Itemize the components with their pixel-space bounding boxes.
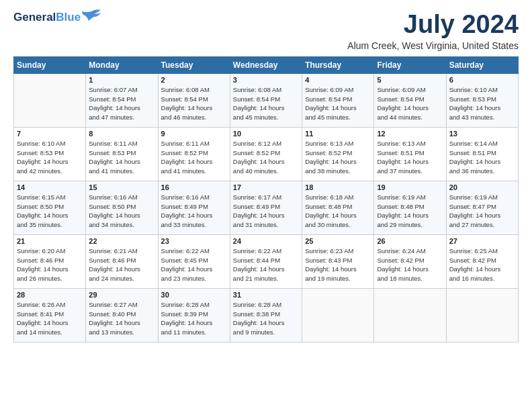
col-monday: Monday (86, 56, 158, 73)
calendar-week-row: 7Sunrise: 6:10 AM Sunset: 8:53 PM Daylig… (14, 127, 519, 181)
table-row: 25Sunrise: 6:23 AM Sunset: 8:43 PM Dayli… (302, 234, 374, 288)
day-info: Sunrise: 6:11 AM Sunset: 8:52 PM Dayligh… (161, 139, 227, 176)
table-row: 14Sunrise: 6:15 AM Sunset: 8:50 PM Dayli… (14, 181, 86, 234)
table-row: 21Sunrise: 6:20 AM Sunset: 8:46 PM Dayli… (14, 234, 86, 288)
day-number: 22 (89, 237, 154, 245)
location: Alum Creek, West Virginia, United States (347, 40, 519, 51)
day-info: Sunrise: 6:22 AM Sunset: 8:44 PM Dayligh… (233, 246, 299, 283)
day-number: 13 (449, 130, 515, 138)
table-row (14, 73, 86, 127)
day-info: Sunrise: 6:12 AM Sunset: 8:52 PM Dayligh… (233, 139, 299, 176)
table-row: 2Sunrise: 6:08 AM Sunset: 8:54 PM Daylig… (158, 73, 230, 127)
day-number: 24 (233, 237, 299, 245)
table-row (302, 288, 374, 342)
day-info: Sunrise: 6:25 AM Sunset: 8:42 PM Dayligh… (449, 246, 515, 283)
table-row: 9Sunrise: 6:11 AM Sunset: 8:52 PM Daylig… (158, 127, 230, 181)
month-title: July 2024 (347, 11, 519, 39)
day-info: Sunrise: 6:10 AM Sunset: 8:53 PM Dayligh… (17, 139, 83, 176)
table-row: 4Sunrise: 6:09 AM Sunset: 8:54 PM Daylig… (302, 73, 374, 127)
day-number: 10 (233, 130, 299, 138)
table-row: 30Sunrise: 6:28 AM Sunset: 8:39 PM Dayli… (158, 288, 230, 342)
col-thursday: Thursday (302, 56, 374, 73)
table-row: 29Sunrise: 6:27 AM Sunset: 8:40 PM Dayli… (86, 288, 158, 342)
col-tuesday: Tuesday (158, 56, 230, 73)
table-row: 16Sunrise: 6:16 AM Sunset: 8:49 PM Dayli… (158, 181, 230, 234)
day-number: 7 (17, 130, 83, 138)
day-info: Sunrise: 6:08 AM Sunset: 8:54 PM Dayligh… (233, 85, 299, 122)
table-row: 13Sunrise: 6:14 AM Sunset: 8:51 PM Dayli… (446, 127, 518, 181)
table-row: 5Sunrise: 6:09 AM Sunset: 8:54 PM Daylig… (374, 73, 446, 127)
day-info: Sunrise: 6:17 AM Sunset: 8:49 PM Dayligh… (233, 193, 299, 230)
day-number: 4 (305, 76, 371, 84)
table-row: 31Sunrise: 6:28 AM Sunset: 8:38 PM Dayli… (230, 288, 302, 342)
table-row: 12Sunrise: 6:13 AM Sunset: 8:51 PM Dayli… (374, 127, 446, 181)
day-info: Sunrise: 6:13 AM Sunset: 8:52 PM Dayligh… (305, 139, 371, 176)
table-row: 11Sunrise: 6:13 AM Sunset: 8:52 PM Dayli… (302, 127, 374, 181)
day-number: 6 (449, 76, 515, 84)
day-info: Sunrise: 6:18 AM Sunset: 8:48 PM Dayligh… (305, 193, 371, 230)
col-saturday: Saturday (446, 56, 518, 73)
table-row: 7Sunrise: 6:10 AM Sunset: 8:53 PM Daylig… (14, 127, 86, 181)
day-number: 15 (89, 183, 154, 191)
day-number: 23 (161, 237, 227, 245)
day-number: 18 (305, 183, 371, 191)
day-number: 26 (377, 237, 443, 245)
day-number: 11 (305, 130, 371, 138)
table-row: 28Sunrise: 6:26 AM Sunset: 8:41 PM Dayli… (14, 288, 86, 342)
day-info: Sunrise: 6:22 AM Sunset: 8:45 PM Dayligh… (161, 246, 227, 283)
day-info: Sunrise: 6:26 AM Sunset: 8:41 PM Dayligh… (17, 300, 83, 337)
table-row: 27Sunrise: 6:25 AM Sunset: 8:42 PM Dayli… (446, 234, 518, 288)
day-number: 5 (377, 76, 443, 84)
day-info: Sunrise: 6:28 AM Sunset: 8:38 PM Dayligh… (233, 300, 299, 337)
logo-blue: Blue (56, 11, 81, 24)
day-info: Sunrise: 6:11 AM Sunset: 8:53 PM Dayligh… (89, 139, 154, 176)
day-number: 20 (449, 183, 515, 191)
day-info: Sunrise: 6:16 AM Sunset: 8:49 PM Dayligh… (161, 193, 227, 230)
day-number: 27 (449, 237, 515, 245)
table-row (374, 288, 446, 342)
title-area: July 2024 Alum Creek, West Virginia, Uni… (347, 11, 519, 51)
day-info: Sunrise: 6:10 AM Sunset: 8:53 PM Dayligh… (449, 85, 515, 122)
logo-general: General (13, 11, 56, 24)
day-number: 16 (161, 183, 227, 191)
table-row: 26Sunrise: 6:24 AM Sunset: 8:42 PM Dayli… (374, 234, 446, 288)
day-info: Sunrise: 6:09 AM Sunset: 8:54 PM Dayligh… (305, 85, 371, 122)
table-row: 3Sunrise: 6:08 AM Sunset: 8:54 PM Daylig… (230, 73, 302, 127)
day-number: 31 (233, 291, 299, 299)
day-info: Sunrise: 6:09 AM Sunset: 8:54 PM Dayligh… (377, 85, 443, 122)
day-number: 30 (161, 291, 227, 299)
day-info: Sunrise: 6:21 AM Sunset: 8:46 PM Dayligh… (89, 246, 154, 283)
day-number: 12 (377, 130, 443, 138)
day-info: Sunrise: 6:15 AM Sunset: 8:50 PM Dayligh… (17, 193, 83, 230)
day-info: Sunrise: 6:07 AM Sunset: 8:54 PM Dayligh… (89, 85, 154, 122)
table-row: 18Sunrise: 6:18 AM Sunset: 8:48 PM Dayli… (302, 181, 374, 234)
calendar-table: Sunday Monday Tuesday Wednesday Thursday… (13, 56, 519, 342)
table-row: 22Sunrise: 6:21 AM Sunset: 8:46 PM Dayli… (86, 234, 158, 288)
day-info: Sunrise: 6:08 AM Sunset: 8:54 PM Dayligh… (161, 85, 227, 122)
day-number: 28 (17, 291, 83, 299)
day-number: 3 (233, 76, 299, 84)
day-info: Sunrise: 6:16 AM Sunset: 8:50 PM Dayligh… (89, 193, 154, 230)
day-info: Sunrise: 6:24 AM Sunset: 8:42 PM Dayligh… (377, 246, 443, 283)
table-row: 17Sunrise: 6:17 AM Sunset: 8:49 PM Dayli… (230, 181, 302, 234)
day-info: Sunrise: 6:14 AM Sunset: 8:51 PM Dayligh… (449, 139, 515, 176)
day-number: 19 (377, 183, 443, 191)
calendar-week-row: 14Sunrise: 6:15 AM Sunset: 8:50 PM Dayli… (14, 181, 519, 234)
day-number: 17 (233, 183, 299, 191)
calendar-week-row: 28Sunrise: 6:26 AM Sunset: 8:41 PM Dayli… (14, 288, 519, 342)
day-number: 1 (89, 76, 154, 84)
day-info: Sunrise: 6:19 AM Sunset: 8:48 PM Dayligh… (377, 193, 443, 230)
col-friday: Friday (374, 56, 446, 73)
day-info: Sunrise: 6:19 AM Sunset: 8:47 PM Dayligh… (449, 193, 515, 230)
calendar-week-row: 1Sunrise: 6:07 AM Sunset: 8:54 PM Daylig… (14, 73, 519, 127)
logo: GeneralBlue (13, 11, 101, 24)
day-info: Sunrise: 6:27 AM Sunset: 8:40 PM Dayligh… (89, 300, 154, 337)
table-row: 15Sunrise: 6:16 AM Sunset: 8:50 PM Dayli… (86, 181, 158, 234)
table-row (446, 288, 518, 342)
table-row: 23Sunrise: 6:22 AM Sunset: 8:45 PM Dayli… (158, 234, 230, 288)
table-row: 24Sunrise: 6:22 AM Sunset: 8:44 PM Dayli… (230, 234, 302, 288)
day-info: Sunrise: 6:23 AM Sunset: 8:43 PM Dayligh… (305, 246, 371, 283)
col-wednesday: Wednesday (230, 56, 302, 73)
day-info: Sunrise: 6:28 AM Sunset: 8:39 PM Dayligh… (161, 300, 227, 337)
calendar-week-row: 21Sunrise: 6:20 AM Sunset: 8:46 PM Dayli… (14, 234, 519, 288)
